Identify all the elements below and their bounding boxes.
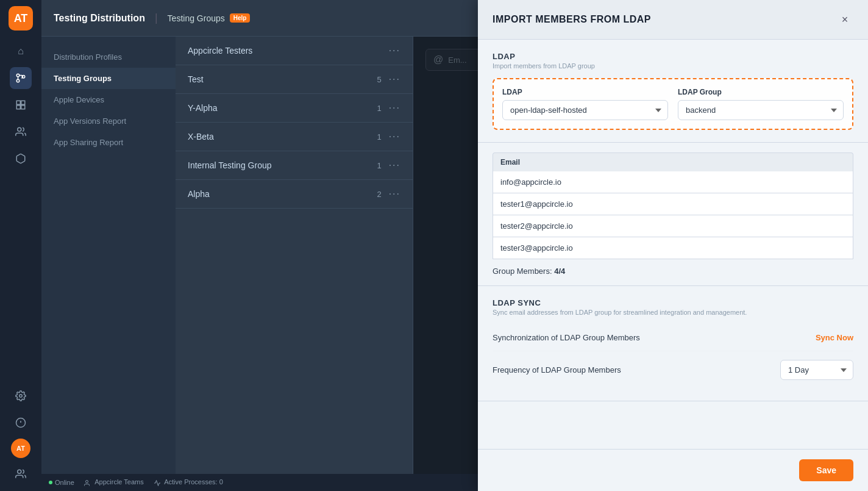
ldap-sync-section: LDAP SYNC Sync email addresses from LDAP… xyxy=(478,286,868,401)
group-name: Y-Alpha xyxy=(188,103,377,113)
nav-item-app-versions-report[interactable]: App Versions Report xyxy=(41,110,176,132)
online-dot xyxy=(49,481,52,484)
email-row: info@appcircle.io xyxy=(493,171,853,193)
sync-now-button[interactable]: Sync Now xyxy=(816,333,853,342)
group-row[interactable]: Y-Alpha 1 ··· xyxy=(176,94,413,123)
email-section: Email info@appcircle.io tester1@appcircl… xyxy=(478,143,868,286)
save-button[interactable]: Save xyxy=(799,459,853,481)
ldap-sync-title: LDAP SYNC xyxy=(493,298,853,307)
group-menu[interactable]: ··· xyxy=(389,131,400,142)
nav-item-app-sharing-report[interactable]: App Sharing Report xyxy=(41,132,176,153)
svg-point-1 xyxy=(16,79,20,82)
svg-rect-3 xyxy=(16,101,20,104)
online-label: Online xyxy=(55,479,74,486)
ldap-section: LDAP Import members from LDAP group LDAP… xyxy=(478,40,868,143)
group-name: Internal Testing Group xyxy=(188,160,377,170)
sidebar-icon-alert[interactable] xyxy=(10,412,32,434)
svg-rect-4 xyxy=(21,101,25,104)
sidebar-icon-users[interactable] xyxy=(10,121,32,143)
modal-body: LDAP Import members from LDAP group LDAP… xyxy=(478,40,868,449)
group-menu[interactable]: ··· xyxy=(389,160,400,171)
group-name: Test xyxy=(188,74,377,84)
user-avatar[interactable]: AT xyxy=(11,439,30,458)
sidebar-icon-settings[interactable] xyxy=(10,385,32,407)
frequency-dropdown[interactable]: 1 Day 6 Hours 12 Hours 1 Week xyxy=(780,360,853,380)
group-count: 1 xyxy=(377,104,381,113)
group-row[interactable]: Alpha 2 ··· xyxy=(176,180,413,209)
group-row[interactable]: X-Beta 1 ··· xyxy=(176,123,413,151)
modal-header: IMPORT MEMBERS FROM LDAP × xyxy=(478,0,868,40)
svg-point-8 xyxy=(20,395,23,398)
sidebar-icon-home[interactable]: ⌂ xyxy=(10,40,32,62)
ldap-section-subtitle: Import members from LDAP group xyxy=(493,62,853,70)
group-name: Alpha xyxy=(188,189,377,199)
group-count: 1 xyxy=(377,132,381,142)
svg-point-7 xyxy=(18,127,21,131)
group-count: 2 xyxy=(377,190,381,199)
sidebar-icon-layers[interactable] xyxy=(10,94,32,116)
svg-point-12 xyxy=(18,470,21,473)
help-badge[interactable]: Help xyxy=(230,13,251,23)
email-row: tester3@appcircle.io xyxy=(493,237,853,259)
processes-label: Active Processes: 0 xyxy=(154,478,223,486)
ldap-selection-row: LDAP open-ldap-self-hosted LDAP Group ba… xyxy=(493,78,853,130)
email-row: tester2@appcircle.io xyxy=(493,215,853,237)
svg-rect-6 xyxy=(21,106,25,109)
ldap-section-title: LDAP xyxy=(493,52,853,61)
modal-footer: Save xyxy=(478,449,868,491)
teams-label: Appcircle Teams xyxy=(84,478,144,486)
frequency-label: Frequency of LDAP Group Members xyxy=(493,365,621,375)
sidebar: AT ⌂ AT xyxy=(0,0,41,491)
nav-tab: Testing Groups Help xyxy=(168,13,251,23)
svg-rect-5 xyxy=(16,106,20,109)
sidebar-icon-team[interactable] xyxy=(10,463,32,485)
main-area: Testing Distribution | Testing Groups He… xyxy=(41,0,868,491)
ldap-group-label: LDAP Group xyxy=(678,88,844,96)
group-menu[interactable]: ··· xyxy=(389,102,400,113)
group-row[interactable]: Internal Testing Group 1 ··· xyxy=(176,151,413,180)
sync-label: Synchronization of LDAP Group Members xyxy=(493,333,640,342)
nav-item-distribution-profiles[interactable]: Distribution Profiles xyxy=(41,46,176,68)
modal-close-button[interactable]: × xyxy=(836,11,853,28)
group-members-value: 4/4 xyxy=(554,267,565,276)
group-menu[interactable]: ··· xyxy=(389,45,400,56)
svg-point-0 xyxy=(16,74,20,77)
ldap-label: LDAP xyxy=(502,88,668,96)
group-menu[interactable]: ··· xyxy=(389,188,400,199)
group-name: Appcircle Testers xyxy=(188,46,382,56)
ldap-dropdown[interactable]: open-ldap-self-hosted xyxy=(502,100,668,120)
groups-panel: Appcircle Testers ··· Test 5 ··· Y-Alpha… xyxy=(176,37,413,491)
group-menu[interactable]: ··· xyxy=(389,74,400,85)
sidebar-icon-package[interactable] xyxy=(10,148,32,170)
group-count: 5 xyxy=(377,75,381,84)
svg-point-13 xyxy=(85,480,88,482)
modal-dialog: IMPORT MEMBERS FROM LDAP × LDAP Import m… xyxy=(478,0,868,491)
ldap-group-select-group: LDAP Group backend xyxy=(678,88,844,120)
group-members-text: Group Members: 4/4 xyxy=(493,267,853,276)
left-nav: Distribution Profiles Testing Groups App… xyxy=(41,37,176,491)
app-logo[interactable]: AT xyxy=(9,6,33,30)
app-title: Testing Distribution xyxy=(54,13,145,24)
email-table-header: Email xyxy=(493,152,853,171)
ldap-sync-subtitle: Sync email addresses from LDAP group for… xyxy=(493,309,853,316)
nav-tab-label: Testing Groups xyxy=(168,13,225,23)
sidebar-icon-git[interactable] xyxy=(10,67,32,89)
nav-item-apple-devices[interactable]: Apple Devices xyxy=(41,89,176,110)
email-row: tester1@appcircle.io xyxy=(493,193,853,215)
group-name: X-Beta xyxy=(188,132,377,142)
group-count: 1 xyxy=(377,161,381,170)
sync-row-frequency: Frequency of LDAP Group Members 1 Day 6 … xyxy=(493,351,853,389)
ldap-select-group: LDAP open-ldap-self-hosted xyxy=(502,88,668,120)
modal-title: IMPORT MEMBERS FROM LDAP xyxy=(493,14,651,25)
sync-row-sync: Synchronization of LDAP Group Members Sy… xyxy=(493,324,853,351)
group-row[interactable]: Test 5 ··· xyxy=(176,65,413,94)
group-row[interactable]: Appcircle Testers ··· xyxy=(176,37,413,65)
ldap-group-dropdown[interactable]: backend xyxy=(678,100,844,120)
nav-item-testing-groups[interactable]: Testing Groups xyxy=(41,68,176,89)
